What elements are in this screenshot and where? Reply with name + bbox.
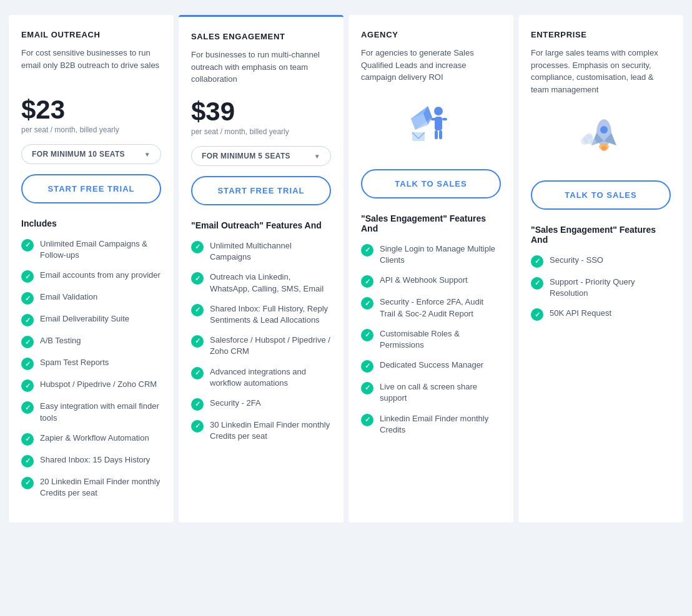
feature-item: Security - Enforce 2FA, Audit Trail & So… [361, 296, 501, 319]
feature-text: 30 Linkedin Email Finder monthly Credits… [210, 419, 331, 442]
feature-item: 30 Linkedin Email Finder monthly Credits… [191, 419, 331, 442]
check-icon [191, 367, 204, 379]
feature-text: Customisable Roles & Permissions [380, 328, 501, 351]
check-icon [191, 398, 204, 411]
check-icon [21, 239, 34, 252]
feature-item: 50K API Request [531, 308, 671, 321]
check-icon [21, 455, 34, 467]
svg-point-17 [581, 137, 588, 145]
feature-text: Email Deliverability Suite [40, 313, 129, 325]
feature-list-email-outreach: Unlimited Email Campaigns & Follow-ups E… [21, 238, 161, 507]
feature-item: Dedicated Success Manager [361, 359, 501, 373]
cta-button-email-outreach[interactable]: START FREE TRIAL [21, 174, 161, 203]
pricing-grid: EMAIL OUTREACHFor cost sensitive busines… [6, 12, 686, 525]
features-title-sales-engagement: "Email Outreach" Features And [191, 220, 331, 230]
plan-card-agency: AGENCYFor agencies to generate Sales Qua… [348, 15, 513, 522]
check-icon [21, 433, 34, 446]
feature-item: Shared Inbox: 15 Days History [21, 454, 161, 467]
check-icon [21, 401, 34, 414]
check-icon [21, 270, 34, 283]
check-icon [191, 420, 204, 433]
feature-text: Zapier & Workflow Automation [40, 433, 149, 444]
svg-point-15 [601, 146, 607, 151]
feature-text: Easy integration with email finder tools [40, 401, 161, 423]
feature-text: Single Login to Manage Multiple Clients [380, 243, 501, 266]
cta-button-agency[interactable]: TALK TO SALES [361, 169, 501, 198]
cta-button-enterprise[interactable]: TALK TO SALES [531, 180, 671, 210]
feature-text: Email accounts from any provider [40, 270, 161, 281]
cta-button-sales-engagement[interactable]: START FREE TRIAL [191, 176, 331, 205]
feature-text: Hubspot / Pipedrive / Zoho CRM [40, 379, 157, 390]
plan-name-enterprise: ENTERPRISE [531, 30, 671, 39]
feature-item: Easy integration with email finder tools [21, 401, 161, 423]
plan-card-sales-engagement: SALES ENGAGEMENTFor businesses to run mu… [179, 15, 344, 522]
check-icon [21, 477, 34, 489]
plan-price-sales-engagement: $39 [191, 99, 331, 125]
plan-name-sales-engagement: SALES ENGAGEMENT [191, 32, 331, 41]
check-icon [21, 314, 34, 326]
check-icon [361, 275, 373, 288]
feature-text: A/B Testing [40, 335, 81, 346]
svg-point-0 [434, 107, 443, 115]
plan-price-note-email-outreach: per seat / month, billed yearly [21, 125, 161, 134]
check-icon [191, 272, 204, 285]
plan-description-sales-engagement: For businesses to run multi-channel outr… [191, 49, 331, 86]
feature-text: Outreach via Linkedin, WhatsApp, Calling… [210, 271, 331, 294]
check-icon [191, 304, 204, 316]
feature-text: Support - Priority Query Resolution [550, 276, 671, 299]
feature-item: Spam Test Reports [21, 357, 161, 370]
plan-name-email-outreach: EMAIL OUTREACH [21, 30, 161, 39]
feature-text: Salesforce / Hubspot / Pipedrive / Zoho … [210, 335, 331, 357]
check-icon [361, 329, 373, 341]
check-icon [21, 379, 34, 392]
check-icon [531, 277, 543, 290]
feature-list-agency: Single Login to Manage Multiple Clients … [361, 243, 501, 444]
plan-description-agency: For agencies to generate Sales Qualified… [361, 47, 501, 84]
plan-card-email-outreach: EMAIL OUTREACHFor cost sensitive busines… [9, 15, 174, 522]
features-title-email-outreach: Includes [21, 218, 161, 228]
check-icon [21, 292, 34, 305]
check-icon [361, 244, 373, 257]
feature-text: Shared Inbox: 15 Days History [40, 454, 150, 466]
agency-illustration [361, 97, 501, 159]
enterprise-illustration [531, 108, 671, 170]
feature-text: Security - SSO [550, 255, 603, 266]
check-icon [21, 336, 34, 348]
feature-item: Advanced integrations and workflow autom… [191, 366, 331, 389]
feature-text: Spam Test Reports [40, 357, 109, 368]
feature-text: 50K API Request [550, 308, 611, 319]
svg-point-19 [586, 133, 593, 139]
plan-description-email-outreach: For cost sensitive businesses to run ema… [21, 47, 161, 84]
feature-item: Email Validation [21, 291, 161, 305]
feature-list-enterprise: Security - SSO Support - Priority Query … [531, 255, 671, 330]
feature-item: Salesforce / Hubspot / Pipedrive / Zoho … [191, 335, 331, 357]
feature-item: Support - Priority Query Resolution [531, 276, 671, 299]
features-title-enterprise: "Sales Engagement" Features And [531, 225, 671, 245]
features-title-agency: "Sales Engagement" Features And [361, 213, 501, 233]
check-icon [531, 308, 543, 321]
feature-item: Security - 2FA [191, 398, 331, 411]
feature-text: Security - Enforce 2FA, Audit Trail & So… [380, 296, 501, 319]
svg-rect-3 [442, 118, 447, 120]
feature-item: Unlimited Multichannel Campaigns [191, 240, 331, 263]
plan-name-agency: AGENCY [361, 30, 501, 39]
plan-price-note-sales-engagement: per seat / month, billed yearly [191, 127, 331, 136]
feature-text: Live on call & screen share support [380, 381, 501, 404]
feature-text: Unlimited Email Campaigns & Follow-ups [40, 238, 161, 261]
feature-item: A/B Testing [21, 335, 161, 348]
feature-list-sales-engagement: Unlimited Multichannel Campaigns Outreac… [191, 240, 331, 451]
feature-text: Email Validation [40, 291, 97, 303]
feature-item: Customisable Roles & Permissions [361, 328, 501, 351]
plan-description-enterprise: For large sales teams with complex proce… [531, 47, 671, 95]
svg-rect-4 [435, 130, 438, 139]
check-icon [361, 360, 373, 373]
feature-text: 20 Linkedin Email Finder monthly Credits… [40, 476, 161, 499]
feature-item: Live on call & screen share support [361, 381, 501, 404]
feature-item: Unlimited Email Campaigns & Follow-ups [21, 238, 161, 261]
seats-dropdown-email-outreach[interactable]: FOR MINIMUM 10 SEATS ▼ [21, 144, 161, 164]
svg-rect-5 [439, 130, 442, 139]
check-icon [191, 241, 204, 253]
feature-item: Linkedin Email Finder monthly Credits [361, 413, 501, 436]
seats-dropdown-sales-engagement[interactable]: FOR MINIMUM 5 SEATS ▼ [191, 146, 331, 166]
feature-text: Advanced integrations and workflow autom… [210, 366, 331, 389]
